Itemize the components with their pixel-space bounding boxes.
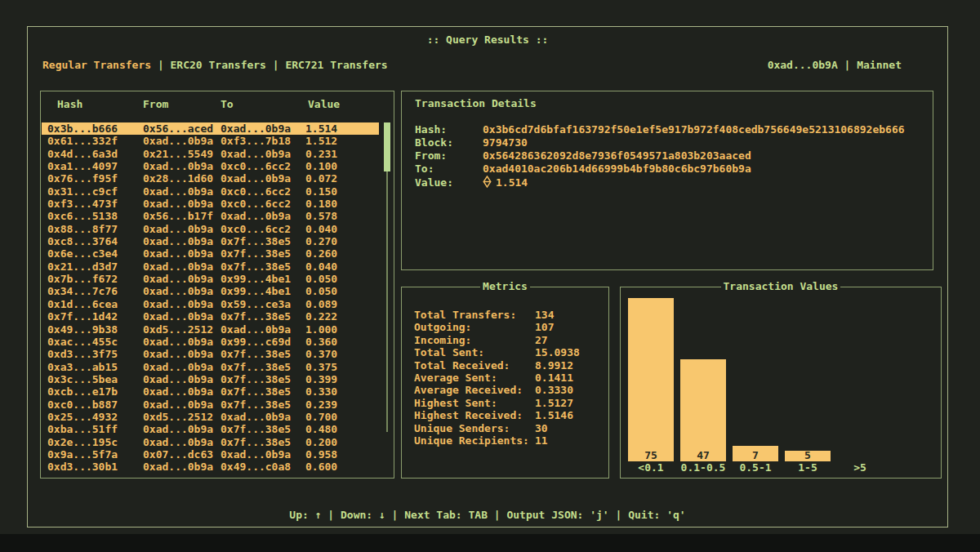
table-row[interactable]: 0xcb...e17b0xad...0b9a0x7f...38e50.330 xyxy=(42,385,379,398)
table-row[interactable]: 0x7f...1d420xad...0b9a0x7f...38e50.222 xyxy=(42,310,379,323)
cell-from: 0xad...0b9a xyxy=(143,385,220,398)
cell-hash: 0x31...c9cf xyxy=(47,185,143,198)
column-header-to: To xyxy=(220,98,305,110)
transaction-values-chart-panel: Transaction Values 75<0.1470.1-0.570.5-1… xyxy=(620,287,942,479)
table-row[interactable]: 0xc6...51380x56...b17f0xad...0b9a0.578 xyxy=(42,210,379,222)
table-row[interactable]: 0x88...8f770xad...0b9a0xc0...6cc20.040 xyxy=(42,223,379,235)
cell-hash: 0xc0...b887 xyxy=(47,398,143,411)
tab-separator: | xyxy=(151,59,170,71)
cell-from: 0xad...0b9a xyxy=(143,348,220,360)
cell-value: 0.050 xyxy=(305,273,379,285)
cell-to: 0x7f...38e5 xyxy=(220,348,305,360)
cell-hash: 0xf3...473f xyxy=(47,198,143,210)
cell-hash: 0x61...332f xyxy=(47,135,143,147)
table-row[interactable]: 0x4d...6a3d0x21...55490xad...0b9a0.231 xyxy=(42,148,379,160)
cell-value: 1.514 xyxy=(305,122,379,135)
cell-from: 0xad...0b9a xyxy=(143,198,220,210)
bar-area xyxy=(837,298,883,461)
chart-bar-group-1-5: 51-5 xyxy=(785,298,831,474)
metric-value: 1.5127 xyxy=(535,397,573,409)
metrics-panel-title: Metrics xyxy=(402,280,608,292)
table-row[interactable]: 0x1d...6cea0xad...0b9a0x59...ce3a0.089 xyxy=(42,298,379,310)
tab-erc20-transfers[interactable]: ERC20 Transfers xyxy=(171,59,266,71)
table-row[interactable]: 0x3b...b6660x56...aced0xad...0b9a1.514 xyxy=(42,122,379,135)
table-row[interactable]: 0x49...9b380xd5...25120xad...0b9a1.000 xyxy=(42,323,379,336)
cell-value: 0.222 xyxy=(305,310,379,323)
cell-to: 0xc0...6cc2 xyxy=(220,223,305,235)
metric-label: Average Received: xyxy=(414,384,535,396)
chart-bar-group-0-1: 75<0.1 xyxy=(628,298,674,474)
cell-from: 0x56...b17f xyxy=(143,210,220,222)
table-row[interactable]: 0xd3...30b10xad...0b9a0x49...c0a80.600 xyxy=(42,461,379,473)
statusbar-hints: Up: ↑ | Down: ↓ | Next Tab: TAB | Output… xyxy=(28,509,947,521)
detail-label: Block: xyxy=(415,136,483,149)
chart-bar xyxy=(628,298,674,461)
tab-erc721-transfers[interactable]: ERC721 Transfers xyxy=(285,59,387,71)
screen-bottom-edge xyxy=(0,534,980,552)
table-row[interactable]: 0x76...f95f0x28...1d600xad...0b9a0.072 xyxy=(42,172,379,185)
table-row[interactable]: 0x6e...c3e40xad...0b9a0x7f...38e50.260 xyxy=(42,247,379,260)
metric-label: Highest Received: xyxy=(414,409,535,421)
tab-separator: | xyxy=(266,59,285,71)
detail-label: Hash: xyxy=(415,123,483,136)
chart-bar-value: 5 xyxy=(785,449,831,461)
table-row[interactable]: 0x34...7c760xad...0b9a0x99...4be10.050 xyxy=(42,285,379,297)
cell-hash: 0x34...7c76 xyxy=(47,285,143,297)
chart-x-label: 0.5-1 xyxy=(733,461,778,474)
metric-label: Total Transfers: xyxy=(414,309,535,321)
detail-value-hash: 0x3b6cd7d6bfaf163792f50e1ef5e917b972f408… xyxy=(483,123,905,136)
table-row[interactable]: 0xc8...37640xad...0b9a0x7f...38e50.270 xyxy=(42,235,379,247)
cell-hash: 0xcb...e17b xyxy=(47,385,143,398)
cell-from: 0xad...0b9a xyxy=(143,285,220,297)
metric-row-average-sent: Average Sent:0.1411 xyxy=(402,372,608,384)
metric-row-incoming: Incoming:27 xyxy=(402,334,608,346)
table-row[interactable]: 0xc0...b8870xad...0b9a0x7f...38e50.239 xyxy=(42,398,379,411)
cell-hash: 0x4d...6a3d xyxy=(47,148,143,160)
table-row[interactable]: 0xf3...473f0xad...0b9a0xc0...6cc20.180 xyxy=(42,198,379,210)
metric-value: 0.1411 xyxy=(535,372,573,384)
cell-to: 0x7f...38e5 xyxy=(220,247,305,260)
table-row[interactable]: 0xd3...3f750xad...0b9a0x7f...38e50.370 xyxy=(42,348,379,360)
table-row[interactable]: 0x25...49320xd5...25120xad...0b9a0.700 xyxy=(42,411,379,423)
table-row[interactable]: 0x3c...5bea0xad...0b9a0x7f...38e50.399 xyxy=(42,373,379,385)
chart-bar-group-0-5-1: 70.5-1 xyxy=(733,298,778,474)
chart-bar-group-5: >5 xyxy=(837,298,883,474)
detail-label: From: xyxy=(415,149,483,162)
cell-hash: 0x2e...195c xyxy=(47,436,143,448)
table-row[interactable]: 0x9a...5f7a0x07...dc630xad...0b9a0.958 xyxy=(42,448,379,461)
chart-bar xyxy=(680,359,726,461)
cell-value: 1.512 xyxy=(305,135,379,147)
eth-diamond-icon xyxy=(483,176,492,191)
cell-value: 0.100 xyxy=(305,160,379,172)
wallet-indicator: 0xad...0b9A | Mainnet xyxy=(768,59,902,71)
table-row[interactable]: 0x7b...f6720xad...0b9a0x99...4be10.050 xyxy=(42,273,379,285)
cell-hash: 0x49...9b38 xyxy=(47,323,143,336)
table-row[interactable]: 0xac...455c0xad...0b9a0x99...c69d0.360 xyxy=(42,336,379,348)
table-row[interactable]: 0x31...c9cf0xad...0b9a0xc0...6cc20.150 xyxy=(42,185,379,198)
cell-from: 0xd5...2512 xyxy=(143,411,220,423)
metric-value: 1.5146 xyxy=(535,409,573,421)
cell-hash: 0xd3...3f75 xyxy=(47,348,143,360)
table-row[interactable]: 0xa1...40970xad...0b9a0xc0...6cc20.100 xyxy=(42,160,379,172)
table-row[interactable]: 0xba...51ff0xad...0b9a0x7f...38e50.480 xyxy=(42,423,379,435)
metric-row-unique-senders: Unique Senders:30 xyxy=(402,422,608,434)
table-row[interactable]: 0x2e...195c0xad...0b9a0x7f...38e50.200 xyxy=(42,436,379,448)
bar-area: 47 xyxy=(680,298,726,461)
cell-to: 0x7f...38e5 xyxy=(220,310,305,323)
cell-to: 0x7f...38e5 xyxy=(220,260,305,273)
cell-hash: 0xc6...5138 xyxy=(47,210,143,222)
cell-to: 0x7f...38e5 xyxy=(220,398,305,411)
table-header-row: HashFromToValue xyxy=(47,98,376,110)
table-row[interactable]: 0x21...d3d70xad...0b9a0x7f...38e50.040 xyxy=(42,260,379,273)
detail-label: To: xyxy=(415,162,483,176)
cell-from: 0xad...0b9a xyxy=(143,336,220,348)
table-row[interactable]: 0xa3...ab150xad...0b9a0x7f...38e50.375 xyxy=(42,361,379,373)
transaction-details-panel: Transaction Details Hash:0x3b6cd7d6bfaf1… xyxy=(401,91,933,270)
table-row[interactable]: 0x61...332f0xad...0b9a0xf3...7b181.512 xyxy=(42,135,379,147)
wallet-address: 0xad...0b9A xyxy=(768,59,838,71)
cell-to: 0xc0...6cc2 xyxy=(220,160,305,172)
metric-label: Unique Recipients: xyxy=(414,434,535,447)
metric-value: 11 xyxy=(535,434,548,447)
tab-regular-transfers[interactable]: Regular Transfers xyxy=(42,59,151,71)
table-scrollbar-thumb[interactable] xyxy=(384,122,390,171)
